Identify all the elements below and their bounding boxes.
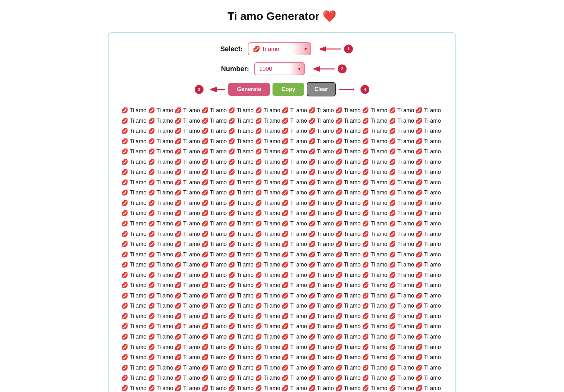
select-annotation: 1 xyxy=(319,45,353,53)
arrow-1-icon xyxy=(319,45,342,53)
select-row: Select: 💋 Ti amo 💋 Ti voglio bene 💋 Ti a… xyxy=(211,42,353,55)
controls-area: Select: 💋 Ti amo 💋 Ti voglio bene 💋 Ti a… xyxy=(121,42,443,96)
main-container: Select: 💋 Ti amo 💋 Ti voglio bene 💋 Ti a… xyxy=(108,32,456,392)
buttons-row: 3 Generate Copy Clear 4 xyxy=(195,82,369,96)
number-row: Number: 100 500 1000 5000 ▼ 2 xyxy=(217,62,347,75)
arrow-4-icon xyxy=(338,86,354,93)
badge-4: 4 xyxy=(360,85,369,94)
number-annotation: 2 xyxy=(313,64,347,73)
number-label: Number: xyxy=(217,65,249,73)
number-wrapper: 100 500 1000 5000 ▼ xyxy=(254,62,305,75)
page-title: Ti amo Generator ❤️ xyxy=(6,9,558,23)
select-wrapper: 💋 Ti amo 💋 Ti voglio bene 💋 Ti adoro ▼ xyxy=(248,42,311,55)
select-label: Select: xyxy=(211,45,243,53)
badge-3: 3 xyxy=(195,85,204,94)
copy-button[interactable]: Copy xyxy=(273,83,304,96)
clear-button[interactable]: Clear xyxy=(307,82,336,96)
arrow-2-icon xyxy=(313,65,335,73)
output-area: 💋 Ti amo 💋 Ti amo 💋 Ti amo 💋 Ti amo 💋 Ti… xyxy=(121,105,443,392)
number-select[interactable]: 100 500 1000 5000 xyxy=(254,62,305,75)
generate-button[interactable]: Generate xyxy=(228,83,270,96)
arrow-3-icon xyxy=(210,86,226,93)
phrase-select[interactable]: 💋 Ti amo 💋 Ti voglio bene 💋 Ti adoro xyxy=(248,42,311,55)
heart-emoji: ❤️ xyxy=(323,10,336,22)
badge-2: 2 xyxy=(338,64,347,73)
badge-1: 1 xyxy=(344,45,353,53)
